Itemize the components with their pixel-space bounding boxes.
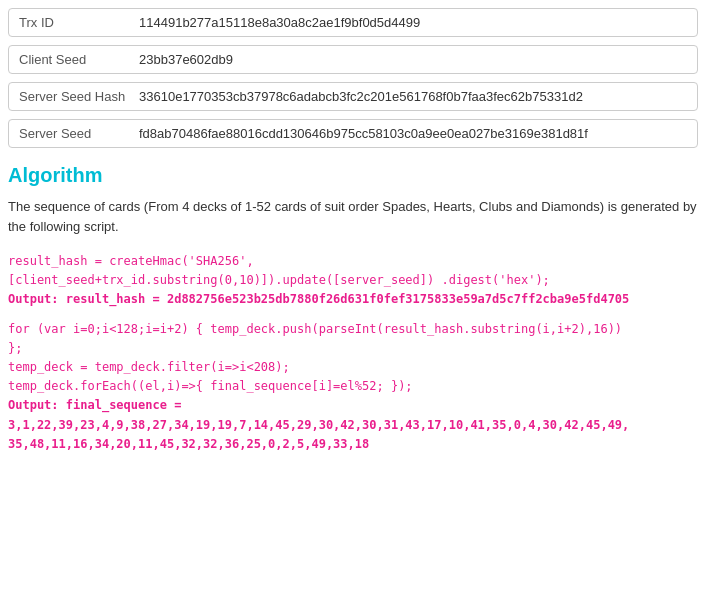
- code-block: result_hash = createHmac('SHA256', [clie…: [8, 252, 698, 454]
- client-seed-row: Client Seed 23bb37e602db9: [8, 45, 698, 74]
- code-output-1: Output: result_hash = 2d882756e523b25db7…: [8, 290, 698, 309]
- server-seed-row: Server Seed fd8ab70486fae88016cdd130646b…: [8, 119, 698, 148]
- trx-id-label: Trx ID: [19, 15, 139, 30]
- code-line-4: };: [8, 339, 698, 358]
- code-line-6: temp_deck.forEach((el,i)=>{ final_sequen…: [8, 377, 698, 396]
- server-seed-label: Server Seed: [19, 126, 139, 141]
- client-seed-value: 23bb37e602db9: [139, 52, 233, 67]
- server-seed-hash-row: Server Seed Hash 33610e1770353cb37978c6a…: [8, 82, 698, 111]
- server-seed-value: fd8ab70486fae88016cdd130646b975cc58103c0…: [139, 126, 588, 141]
- server-seed-hash-label: Server Seed Hash: [19, 89, 139, 104]
- code-output-2: Output: final_sequence =: [8, 396, 698, 415]
- client-seed-label: Client Seed: [19, 52, 139, 67]
- code-line-1: result_hash = createHmac('SHA256',: [8, 252, 698, 271]
- trx-id-value: 114491b277a15118e8a30a8c2ae1f9bf0d5d4499: [139, 15, 420, 30]
- code-line-2: [client_seed+trx_id.substring(0,10)]).up…: [8, 271, 698, 290]
- code-output-3: 3,1,22,39,23,4,9,38,27,34,19,19,7,14,45,…: [8, 416, 698, 435]
- code-line-5: temp_deck = temp_deck.filter(i=>i<208);: [8, 358, 698, 377]
- server-seed-hash-value: 33610e1770353cb37978c6adabcb3fc2c201e561…: [139, 89, 583, 104]
- trx-id-row: Trx ID 114491b277a15118e8a30a8c2ae1f9bf0…: [8, 8, 698, 37]
- algorithm-description: The sequence of cards (From 4 decks of 1…: [8, 197, 698, 236]
- algorithm-title: Algorithm: [8, 164, 698, 187]
- code-output-4: 35,48,11,16,34,20,11,45,32,32,36,25,0,2,…: [8, 435, 698, 454]
- code-spacer-1: [8, 310, 698, 320]
- code-line-3: for (var i=0;i<128;i=i+2) { temp_deck.pu…: [8, 320, 698, 339]
